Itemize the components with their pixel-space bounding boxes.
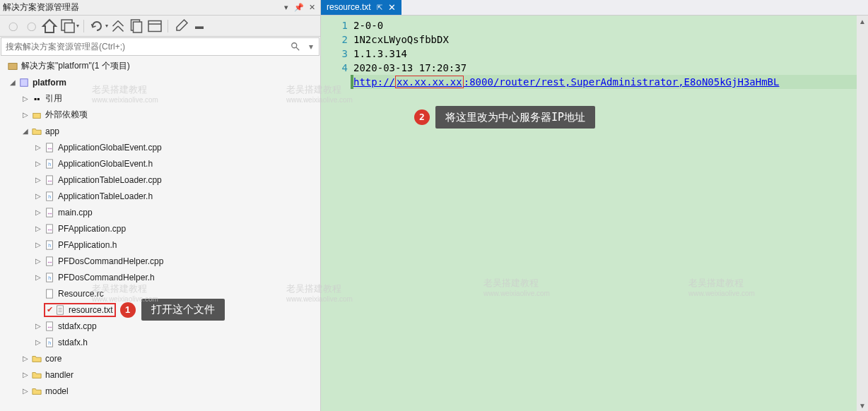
url-ip-highlight: xx.xx.xx.xx — [395, 76, 464, 88]
expander-closed-icon[interactable]: ▷ — [33, 208, 44, 216]
file-node[interactable]: ▷++main.cpp — [0, 204, 320, 220]
file-node[interactable]: ▷++ApplicationGlobalEvent.cpp — [0, 139, 320, 155]
tab-close-icon[interactable]: ✕ — [388, 2, 396, 13]
window-options-dropdown-icon[interactable]: ▾ — [281, 2, 292, 13]
folder-handler-node[interactable]: ▷handler — [0, 367, 320, 383]
cpp-file-icon: ++ — [44, 256, 55, 267]
file-node[interactable]: ▷++ApplicationTableLoader.cpp — [0, 172, 320, 188]
expander-open-icon[interactable]: ◢ — [7, 78, 18, 86]
folder-label: handler — [45, 370, 74, 380]
references-node[interactable]: ▷ ▪▪ 引用 — [0, 90, 320, 107]
svg-text:h: h — [48, 193, 51, 198]
expander-closed-icon[interactable]: ▷ — [20, 95, 31, 102]
file-node[interactable]: ▷hApplicationTableLoader.h — [0, 188, 320, 204]
tab-resource-txt[interactable]: resource.txt ⇱ ✕ — [321, 0, 401, 15]
refresh-icon[interactable] — [88, 18, 105, 35]
expander-closed-icon[interactable]: ▷ — [33, 257, 44, 265]
txt-file-icon — [54, 304, 66, 316]
svg-rect-29 — [47, 289, 53, 297]
annotation-callout-2: 将这里改为中心服务器IP地址 — [435, 106, 595, 129]
file-label: main.cpp — [58, 208, 93, 218]
show-all-files-icon[interactable] — [128, 18, 145, 35]
file-node[interactable]: ▷++PFDosCommandHelper.cpp — [0, 253, 320, 269]
external-icon — [31, 109, 42, 121]
solution-tree[interactable]: 解决方案"platform"(1 个项目) ◢ platform ▷ ▪▪ 引用… — [0, 56, 320, 411]
expander-closed-icon[interactable]: ▷ — [33, 192, 44, 200]
svg-text:++: ++ — [47, 178, 52, 182]
home-icon[interactable] — [41, 18, 58, 35]
url-suffix: :8000/router/rest,SuperAdministrator,E8o… — [464, 76, 780, 88]
expander-closed-icon[interactable]: ▷ — [33, 338, 44, 346]
svg-text:h: h — [48, 161, 51, 166]
expander-closed-icon[interactable]: ▷ — [20, 387, 31, 395]
expander-closed-icon[interactable]: ▷ — [33, 176, 44, 184]
close-panel-icon[interactable]: ✕ — [306, 2, 317, 13]
code-line: 2020-03-13 17:20:37 — [353, 61, 868, 75]
expander-closed-icon[interactable]: ▷ — [33, 225, 44, 232]
chevron-down-icon[interactable]: ▾ — [105, 23, 108, 29]
file-label: ApplicationGlobalEvent.cpp — [58, 143, 162, 153]
file-label: PFDosCommandHelper.h — [58, 273, 155, 282]
file-label: stdafx.h — [58, 338, 88, 347]
h-file-icon: h — [44, 239, 55, 251]
expander-closed-icon[interactable]: ▷ — [20, 371, 31, 379]
properties-icon[interactable] — [172, 18, 189, 35]
panel-title: 解决方案资源管理器 — [3, 1, 279, 13]
code-line-url: http://xx.xx.xx.xx:8000/router/rest,Supe… — [353, 75, 868, 89]
file-label: ApplicationTableLoader.cpp — [58, 175, 162, 185]
expander-closed-icon[interactable]: ▷ — [33, 143, 44, 151]
file-label: PFApplication.h — [58, 240, 117, 250]
tab-pin-icon[interactable]: ⇱ — [377, 4, 382, 11]
scroll-up-icon[interactable]: ▲ — [857, 16, 868, 27]
file-node[interactable]: ▷hPFApplication.h — [0, 237, 320, 253]
folder-core-node[interactable]: ▷core — [0, 350, 320, 367]
file-node-resource-txt[interactable]: ✔ resource.txt 1 打开这个文件 — [0, 302, 320, 318]
pin-icon[interactable]: 📌 — [293, 2, 305, 13]
cpp-file-icon: ++ — [44, 174, 55, 186]
search-icon[interactable] — [288, 42, 303, 52]
annotation-2: 2 将这里改为中心服务器IP地址 — [410, 106, 595, 129]
sync-view-icon[interactable] — [59, 18, 76, 35]
line-number: 3 — [321, 47, 348, 61]
project-node[interactable]: ◢ platform — [0, 74, 320, 90]
tab-label: resource.txt — [327, 2, 371, 12]
expander-closed-icon[interactable]: ▷ — [33, 241, 44, 249]
search-row: ▾ — [1, 37, 319, 56]
toggle-icon[interactable]: ▬ — [191, 18, 208, 35]
cpp-file-icon: ++ — [44, 142, 55, 153]
cpp-file-icon: ++ — [44, 321, 55, 332]
expander-closed-icon[interactable]: ▷ — [33, 160, 44, 167]
file-node[interactable]: ▷hPFDosCommandHelper.h — [0, 269, 320, 285]
code-area[interactable]: 2-0-0 1N2cxLWyoQsfbbDX 1.1.3.314 2020-03… — [353, 16, 868, 411]
svg-text:++: ++ — [47, 210, 52, 215]
svg-rect-10 — [33, 113, 41, 118]
folder-icon — [31, 353, 42, 364]
expander-closed-icon[interactable]: ▷ — [33, 273, 44, 281]
editor-area[interactable]: 1 2 3 4 2-0-0 1N2cxLWyoQsfbbDX 1.1.3.314… — [321, 16, 868, 411]
collapse-all-icon[interactable] — [110, 18, 127, 35]
svg-rect-1 — [65, 23, 75, 32]
expander-closed-icon[interactable]: ▷ — [20, 111, 31, 119]
h-file-icon: h — [44, 337, 55, 348]
folder-app-node[interactable]: ◢ app — [0, 123, 320, 139]
external-deps-node[interactable]: ▷ 外部依赖项 — [0, 107, 320, 123]
svg-text:++: ++ — [47, 227, 52, 231]
search-dropdown-icon[interactable]: ▾ — [303, 42, 319, 52]
preview-icon[interactable] — [146, 18, 163, 35]
solution-node[interactable]: 解决方案"platform"(1 个项目) — [0, 58, 320, 74]
scroll-down-icon[interactable]: ▼ — [857, 400, 868, 411]
file-node[interactable]: ▷hstdafx.h — [0, 334, 320, 350]
vertical-scrollbar[interactable]: ▲ ▼ — [857, 16, 868, 411]
file-node[interactable]: ▷hApplicationGlobalEvent.h — [0, 155, 320, 172]
expander-closed-icon[interactable]: ▷ — [33, 322, 44, 330]
rc-file-icon — [44, 288, 55, 299]
external-label: 外部依赖项 — [45, 109, 88, 121]
file-node[interactable]: ▷++PFApplication.cpp — [0, 220, 320, 237]
expander-closed-icon[interactable]: ▷ — [20, 355, 31, 362]
search-input[interactable] — [1, 42, 288, 52]
expander-open-icon[interactable]: ◢ — [20, 127, 31, 135]
annotation-badge-1: 1 — [120, 302, 136, 318]
cpp-file-icon: ++ — [44, 207, 55, 218]
folder-model-node[interactable]: ▷model — [0, 383, 320, 399]
chevron-down-icon[interactable]: ▾ — [76, 23, 79, 29]
